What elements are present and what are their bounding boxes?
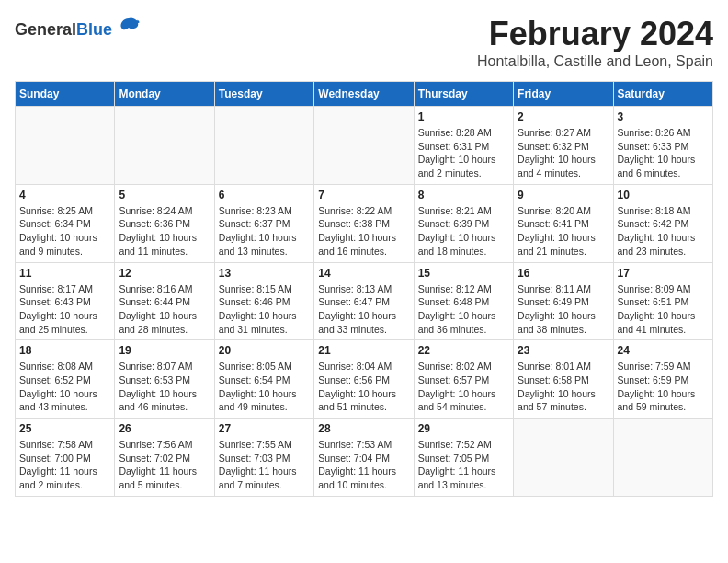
day-number: 15 <box>418 267 509 280</box>
day-info: Sunrise: 8:28 AM Sunset: 6:31 PM Dayligh… <box>418 126 509 180</box>
calendar-cell: 28Sunrise: 7:53 AM Sunset: 7:04 PM Dayli… <box>314 419 414 497</box>
calendar-cell: 6Sunrise: 8:23 AM Sunset: 6:37 PM Daylig… <box>214 184 313 262</box>
calendar-cell: 26Sunrise: 7:56 AM Sunset: 7:02 PM Dayli… <box>115 419 214 497</box>
day-info: Sunrise: 8:17 AM Sunset: 6:43 PM Dayligh… <box>19 282 110 337</box>
calendar-cell: 3Sunrise: 8:26 AM Sunset: 6:33 PM Daylig… <box>613 107 712 185</box>
calendar-cell: 8Sunrise: 8:21 AM Sunset: 6:39 PM Daylig… <box>414 184 513 262</box>
calendar-week-row: 25Sunrise: 7:58 AM Sunset: 7:00 PM Dayli… <box>16 419 713 497</box>
weekday-header-wednesday: Wednesday <box>314 82 414 107</box>
day-number: 10 <box>618 189 709 201</box>
day-number: 27 <box>219 422 310 435</box>
calendar-week-row: 1Sunrise: 8:28 AM Sunset: 6:31 PM Daylig… <box>16 107 713 185</box>
weekday-header-monday: Monday <box>115 82 214 107</box>
day-number: 3 <box>618 110 709 123</box>
calendar-cell: 20Sunrise: 8:05 AM Sunset: 6:54 PM Dayli… <box>214 340 313 419</box>
calendar-week-row: 11Sunrise: 8:17 AM Sunset: 6:43 PM Dayli… <box>16 262 713 340</box>
day-info: Sunrise: 8:20 AM Sunset: 6:41 PM Dayligh… <box>518 204 609 259</box>
day-info: Sunrise: 8:07 AM Sunset: 6:53 PM Dayligh… <box>119 360 210 414</box>
calendar-cell <box>16 107 115 185</box>
weekday-header-friday: Friday <box>514 82 613 107</box>
day-info: Sunrise: 8:04 AM Sunset: 6:56 PM Dayligh… <box>318 360 409 414</box>
day-number: 20 <box>219 344 310 357</box>
day-number: 25 <box>19 422 110 435</box>
day-info: Sunrise: 8:11 AM Sunset: 6:49 PM Dayligh… <box>518 282 609 337</box>
day-number: 16 <box>518 267 609 280</box>
day-info: Sunrise: 8:12 AM Sunset: 6:48 PM Dayligh… <box>418 282 509 337</box>
weekday-header-row: SundayMondayTuesdayWednesdayThursdayFrid… <box>16 82 713 107</box>
day-number: 29 <box>418 422 509 435</box>
day-info: Sunrise: 8:15 AM Sunset: 6:46 PM Dayligh… <box>219 282 310 337</box>
day-info: Sunrise: 8:08 AM Sunset: 6:52 PM Dayligh… <box>19 360 110 414</box>
calendar-cell: 1Sunrise: 8:28 AM Sunset: 6:31 PM Daylig… <box>414 107 513 185</box>
day-info: Sunrise: 8:26 AM Sunset: 6:33 PM Dayligh… <box>618 126 709 180</box>
calendar-cell: 12Sunrise: 8:16 AM Sunset: 6:44 PM Dayli… <box>115 262 214 340</box>
day-info: Sunrise: 8:22 AM Sunset: 6:38 PM Dayligh… <box>318 204 409 259</box>
calendar-cell <box>115 107 214 185</box>
calendar-cell: 7Sunrise: 8:22 AM Sunset: 6:38 PM Daylig… <box>314 184 414 262</box>
day-info: Sunrise: 8:18 AM Sunset: 6:42 PM Dayligh… <box>618 204 709 259</box>
calendar-cell: 25Sunrise: 7:58 AM Sunset: 7:00 PM Dayli… <box>16 419 115 497</box>
day-info: Sunrise: 8:01 AM Sunset: 6:58 PM Dayligh… <box>518 360 609 414</box>
logo-bird-icon <box>116 15 142 44</box>
day-number: 11 <box>19 267 110 280</box>
calendar-cell: 9Sunrise: 8:20 AM Sunset: 6:41 PM Daylig… <box>514 184 613 262</box>
month-year-title: February 2024 <box>477 15 713 53</box>
day-number: 19 <box>119 344 210 357</box>
day-number: 24 <box>618 344 709 357</box>
day-info: Sunrise: 8:21 AM Sunset: 6:39 PM Dayligh… <box>418 204 509 259</box>
day-number: 1 <box>418 110 509 123</box>
calendar-cell: 16Sunrise: 8:11 AM Sunset: 6:49 PM Dayli… <box>514 262 613 340</box>
day-number: 26 <box>119 422 210 435</box>
logo-blue-text: Blue <box>76 20 112 39</box>
page-header: GeneralBlue February 2024 Hontalbilla, C… <box>15 15 713 70</box>
calendar-cell: 17Sunrise: 8:09 AM Sunset: 6:51 PM Dayli… <box>613 262 712 340</box>
day-info: Sunrise: 8:25 AM Sunset: 6:34 PM Dayligh… <box>19 204 110 259</box>
weekday-header-tuesday: Tuesday <box>214 82 313 107</box>
calendar-cell: 21Sunrise: 8:04 AM Sunset: 6:56 PM Dayli… <box>314 340 414 419</box>
day-info: Sunrise: 8:16 AM Sunset: 6:44 PM Dayligh… <box>119 282 210 337</box>
day-number: 14 <box>318 267 409 280</box>
weekday-header-sunday: Sunday <box>16 82 115 107</box>
logo-general-text: General <box>15 20 76 39</box>
day-number: 17 <box>618 267 709 280</box>
calendar-cell: 19Sunrise: 8:07 AM Sunset: 6:53 PM Dayli… <box>115 340 214 419</box>
calendar-cell: 18Sunrise: 8:08 AM Sunset: 6:52 PM Dayli… <box>16 340 115 419</box>
calendar-table: SundayMondayTuesdayWednesdayThursdayFrid… <box>15 81 713 497</box>
calendar-week-row: 18Sunrise: 8:08 AM Sunset: 6:52 PM Dayli… <box>16 340 713 419</box>
calendar-cell: 29Sunrise: 7:52 AM Sunset: 7:05 PM Dayli… <box>414 419 513 497</box>
calendar-cell <box>514 419 613 497</box>
calendar-cell <box>314 107 414 185</box>
day-number: 23 <box>518 344 609 357</box>
day-info: Sunrise: 8:27 AM Sunset: 6:32 PM Dayligh… <box>518 126 609 180</box>
calendar-cell <box>214 107 313 185</box>
day-info: Sunrise: 7:58 AM Sunset: 7:00 PM Dayligh… <box>19 438 110 492</box>
title-block: February 2024 Hontalbilla, Castille and … <box>477 15 713 70</box>
calendar-week-row: 4Sunrise: 8:25 AM Sunset: 6:34 PM Daylig… <box>16 184 713 262</box>
calendar-cell: 24Sunrise: 7:59 AM Sunset: 6:59 PM Dayli… <box>613 340 712 419</box>
calendar-cell: 13Sunrise: 8:15 AM Sunset: 6:46 PM Dayli… <box>214 262 313 340</box>
day-number: 9 <box>518 189 609 201</box>
day-number: 6 <box>219 189 310 201</box>
day-info: Sunrise: 7:55 AM Sunset: 7:03 PM Dayligh… <box>219 438 310 492</box>
day-info: Sunrise: 8:05 AM Sunset: 6:54 PM Dayligh… <box>219 360 310 414</box>
day-number: 2 <box>518 110 609 123</box>
weekday-header-thursday: Thursday <box>414 82 513 107</box>
calendar-cell: 4Sunrise: 8:25 AM Sunset: 6:34 PM Daylig… <box>16 184 115 262</box>
calendar-cell: 27Sunrise: 7:55 AM Sunset: 7:03 PM Dayli… <box>214 419 313 497</box>
calendar-cell: 2Sunrise: 8:27 AM Sunset: 6:32 PM Daylig… <box>514 107 613 185</box>
day-number: 13 <box>219 267 310 280</box>
calendar-cell: 15Sunrise: 8:12 AM Sunset: 6:48 PM Dayli… <box>414 262 513 340</box>
day-number: 18 <box>19 344 110 357</box>
location-subtitle: Hontalbilla, Castille and Leon, Spain <box>477 53 713 70</box>
day-info: Sunrise: 8:24 AM Sunset: 6:36 PM Dayligh… <box>119 204 210 259</box>
day-info: Sunrise: 8:09 AM Sunset: 6:51 PM Dayligh… <box>618 282 709 337</box>
day-number: 8 <box>418 189 509 201</box>
calendar-cell: 22Sunrise: 8:02 AM Sunset: 6:57 PM Dayli… <box>414 340 513 419</box>
calendar-cell: 14Sunrise: 8:13 AM Sunset: 6:47 PM Dayli… <box>314 262 414 340</box>
weekday-header-saturday: Saturday <box>613 82 712 107</box>
calendar-cell: 10Sunrise: 8:18 AM Sunset: 6:42 PM Dayli… <box>613 184 712 262</box>
day-info: Sunrise: 8:23 AM Sunset: 6:37 PM Dayligh… <box>219 204 310 259</box>
day-info: Sunrise: 8:02 AM Sunset: 6:57 PM Dayligh… <box>418 360 509 414</box>
day-number: 4 <box>19 189 110 201</box>
day-number: 12 <box>119 267 210 280</box>
